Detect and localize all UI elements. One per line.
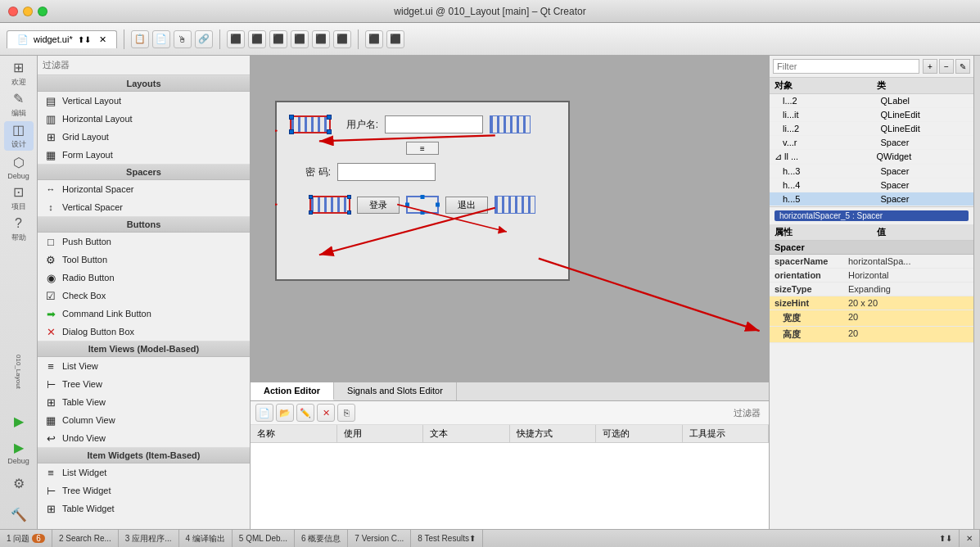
prop-height[interactable]: 高度 20 <box>770 327 973 343</box>
sidebar-item-welcome[interactable]: ⊞ 欢迎 <box>4 59 34 88</box>
file-tab[interactable]: 📄 widget.ui* ⬆⬇ ✕ <box>7 30 117 48</box>
btn-left-spacer[interactable] <box>309 196 350 214</box>
widget-check-box[interactable]: ☑ Check Box <box>38 287 250 305</box>
action-copy-btn[interactable]: ⎘ <box>337 404 355 422</box>
sidebar-item-debug[interactable]: ⬡ Debug <box>4 152 34 182</box>
maximize-button[interactable] <box>38 7 47 16</box>
widget-list-view[interactable]: ≡ List View <box>38 357 250 375</box>
widget-push-button[interactable]: □ Push Button <box>38 233 250 251</box>
exit-button[interactable]: 退出 <box>445 197 488 214</box>
widget-column-view[interactable]: ▦ Column View <box>38 411 250 429</box>
handle-b <box>421 210 425 215</box>
action-edit-btn[interactable]: ✏️ <box>296 404 314 422</box>
status-compile[interactable]: 4 编译输出 <box>179 530 233 547</box>
sidebar-tools-btn[interactable]: 🔨 <box>4 500 34 529</box>
status-problems[interactable]: 1 问题 6 <box>0 530 52 547</box>
prop-orientation[interactable]: orientation Horizontal <box>770 269 973 283</box>
sidebar-debug-run-btn[interactable]: ▶ Debug <box>4 437 34 467</box>
layout-sep-btn[interactable]: ⬛ <box>312 30 330 48</box>
adjust-size-btn[interactable]: ⬛ <box>365 30 383 48</box>
btn-right-spacer[interactable] <box>495 196 535 214</box>
obj-row-6[interactable]: h...4 Spacer <box>770 179 973 192</box>
status-close[interactable]: ✕ <box>960 530 980 547</box>
status-qml[interactable]: 5 QML Deb... <box>233 530 295 547</box>
action-delete-btn[interactable]: ✕ <box>317 404 335 422</box>
prop-width[interactable]: 宽度 20 <box>770 310 973 327</box>
widget-list-widget[interactable]: ≡ List Widget <box>38 463 250 481</box>
layout-h-btn[interactable]: ⬛ <box>227 30 245 48</box>
divider-widget[interactable]: ≡ <box>406 142 439 155</box>
tab-close-icon[interactable]: ✕ <box>99 34 106 45</box>
obj-row-1[interactable]: li...it QLineEdit <box>770 108 973 122</box>
widget-vertical-layout[interactable]: ▤ Vertical Layout <box>38 92 250 110</box>
username-input[interactable] <box>385 115 483 133</box>
filter-settings-btn[interactable]: ✎ <box>955 59 970 74</box>
prop-size-type[interactable]: sizeType Expanding <box>770 283 973 296</box>
window-controls[interactable] <box>8 7 47 16</box>
design-icon: ◫ <box>12 122 25 138</box>
sidebar-item-edit[interactable]: ✎ 编辑 <box>4 90 34 120</box>
widget-table-view[interactable]: ⊞ Table View <box>38 393 250 411</box>
tab-signals-slots[interactable]: Signals and Slots Editor <box>334 382 457 400</box>
login-button[interactable]: 登录 <box>357 197 400 214</box>
widget-tree-widget[interactable]: ⊢ Tree Widget <box>38 481 250 500</box>
password-input[interactable] <box>337 163 436 181</box>
prop-spacer-name[interactable]: spacerName horizontalSpa... <box>770 255 973 269</box>
widget-horizontal-layout[interactable]: ▥ Horizontal Layout <box>38 110 250 128</box>
status-tests[interactable]: 8 Test Results ⬆ <box>411 530 483 547</box>
widget-table-widget[interactable]: ⊞ Table Widget <box>38 500 250 518</box>
close-button[interactable] <box>8 7 18 16</box>
layout-grid-btn[interactable]: ⬛ <box>269 30 287 48</box>
action-new-btn[interactable]: 📄 <box>255 404 273 422</box>
status-overview[interactable]: 6 概要信息 <box>295 530 348 547</box>
sidebar-build-btn[interactable]: ⚙ <box>4 468 34 498</box>
toolbar-btn-4[interactable]: 🔗 <box>195 30 213 48</box>
push-button-icon: □ <box>44 235 57 248</box>
widget-undo-view[interactable]: ↩ Undo View <box>38 429 250 447</box>
col-name: 名称 <box>251 425 337 442</box>
widget-grid-layout[interactable]: ⊞ Grid Layout <box>38 128 250 146</box>
widget-command-link[interactable]: ➡ Command Link Button <box>38 305 250 323</box>
obj-row-2[interactable]: li...2 QLineEdit <box>770 122 973 136</box>
toolbar-btn-2[interactable]: 📄 <box>152 30 170 48</box>
align-btn[interactable]: ⬛ <box>386 30 404 48</box>
obj-row-4[interactable]: ⊿ ll ... QWidget <box>770 150 973 165</box>
sidebar-item-help[interactable]: ? 帮助 <box>4 215 34 244</box>
prop-size-hint[interactable]: sizeHint 20 x 20 <box>770 296 973 310</box>
tab-arrows[interactable]: ⬆⬇ <box>78 35 91 44</box>
obj-row-7[interactable]: h...5 Spacer <box>770 192 973 206</box>
widget-tree-view[interactable]: ⊢ Tree View <box>38 375 250 393</box>
widget-horizontal-spacer[interactable]: ↔ Horizontal Spacer <box>38 180 250 198</box>
filter-remove-btn[interactable]: − <box>939 59 954 74</box>
form-widget[interactable]: 用户名: ≡ 密 码: <box>275 101 570 281</box>
widget-dialog-button[interactable]: ✕ Dialog Button Box <box>38 323 250 341</box>
sidebar-item-design[interactable]: ◫ 设计 <box>4 121 34 151</box>
middle-spacer[interactable] <box>406 196 439 214</box>
status-app[interactable]: 3 应用程序... <box>119 530 179 547</box>
toolbar-btn-1[interactable]: 📋 <box>131 30 149 48</box>
sidebar-item-project[interactable]: ⊡ 项目 <box>4 183 34 213</box>
status-version[interactable]: 7 Version C... <box>348 530 411 547</box>
obj-row-5[interactable]: h...3 Spacer <box>770 165 973 179</box>
left-spacer-widget[interactable] <box>290 115 331 133</box>
widget-form-layout[interactable]: ▦ Form Layout <box>38 146 250 164</box>
sidebar-run-btn[interactable]: ▶ <box>4 406 34 436</box>
widget-radio-button[interactable]: ◉ Radio Button <box>38 269 250 287</box>
design-canvas[interactable]: 用户名: ≡ 密 码: <box>251 56 769 382</box>
tab-action-editor[interactable]: Action Editor <box>251 382 334 400</box>
action-open-btn[interactable]: 📂 <box>276 404 294 422</box>
layout-form-btn[interactable]: ⬛ <box>291 30 309 48</box>
sidebar-item-layout-name[interactable]: 010_Layout <box>4 339 34 405</box>
toolbar-btn-3[interactable]: 🖱 <box>174 30 192 48</box>
status-search[interactable]: 2 Search Re... <box>52 530 119 547</box>
layout-v-btn[interactable]: ⬛ <box>248 30 266 48</box>
filter-add-btn[interactable]: + <box>923 59 937 74</box>
widget-vertical-spacer[interactable]: ↕ Vertical Spacer <box>38 198 250 216</box>
minimize-button[interactable] <box>23 7 33 16</box>
right-spacer-1[interactable] <box>490 115 531 133</box>
widget-tool-button[interactable]: ⚙ Tool Button <box>38 251 250 269</box>
obj-row-0[interactable]: l...2 QLabel <box>770 94 973 108</box>
obj-row-3[interactable]: v...r Spacer <box>770 136 973 150</box>
right-filter-input[interactable] <box>773 59 919 74</box>
layout-break-btn[interactable]: ⬛ <box>333 30 351 48</box>
